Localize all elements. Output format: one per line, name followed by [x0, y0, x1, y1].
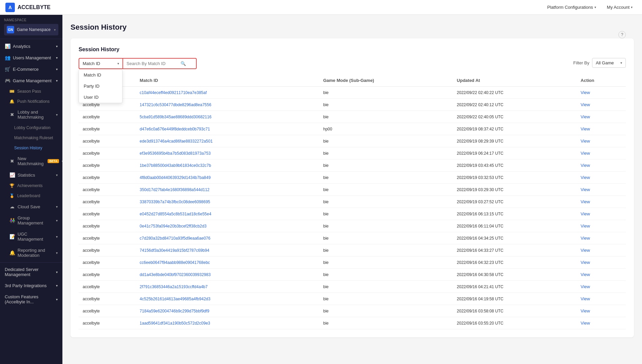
- cell-match-id: 4c525b26161d4613ae49685a4fb942d3: [136, 293, 319, 305]
- sidebar-item-3rd-party[interactable]: 3rd Party Integrations ▾: [0, 280, 62, 291]
- cell-updated-at: 2022/09/19 03:32:53 UTC: [453, 172, 577, 184]
- platform-config-button[interactable]: Platform Configurations ▾: [543, 3, 600, 12]
- sidebar-item-reporting-moderation[interactable]: 🔔 Reporting and Moderation ▾: [0, 245, 62, 261]
- cell-match-id: e0452d27d8554a5c8b531ad18c6e55e4: [136, 208, 319, 220]
- cell-action: View: [577, 159, 626, 172]
- cell-game-mode: bie: [319, 147, 453, 159]
- sidebar-item-label-new-matchmaking: New Matchmaking: [18, 156, 44, 166]
- cell-match-id: 7184a59e62004746b9c299d75bbf9df9: [136, 305, 319, 317]
- cell-updated-at: 2022/09/16 03:55:20 UTC: [453, 317, 577, 329]
- analytics-chevron-icon: ▾: [56, 44, 58, 48]
- sidebar-item-group-management[interactable]: 👫 Group Management ▾: [0, 212, 62, 229]
- sidebar-item-label-lobby-config: Lobby Configuration: [14, 125, 50, 130]
- cell-action: View: [577, 269, 626, 281]
- sidebar-item-label-ugc-management: UGC Management: [18, 232, 53, 242]
- leaderboard-icon: 🏅: [9, 193, 15, 198]
- sidebar-item-matchmaking-ruleset[interactable]: Matchmaking Ruleset: [0, 133, 62, 143]
- account-label: My Account: [607, 5, 630, 10]
- sidebar-item-custom-features[interactable]: Custom Features (Accelbyte In... ▾: [0, 291, 62, 307]
- cell-match-id: 1aad59641df341a190b50c572d2c09e3: [136, 317, 319, 329]
- view-link[interactable]: View: [581, 90, 590, 95]
- sidebar-item-users-management[interactable]: 👥 Users Management ▾: [0, 52, 62, 63]
- cell-game-mode: bie: [319, 159, 453, 172]
- sidebar-item-ugc-management[interactable]: 📝 UGC Management ▾: [0, 229, 62, 245]
- dropdown-option-user-id[interactable]: User ID: [79, 92, 122, 103]
- sidebar-item-new-matchmaking[interactable]: ✖ New Matchmaking BETA ▾: [0, 153, 62, 169]
- cell-match-id: 33870339b7a74b3fbc0c08dee6098695: [136, 196, 319, 208]
- namespace-selector[interactable]: GN Game Namespace ▾: [4, 24, 58, 35]
- users-management-icon: 👥: [5, 55, 10, 60]
- view-link[interactable]: View: [581, 248, 590, 253]
- analytics-icon: 📊: [5, 43, 10, 49]
- view-link[interactable]: View: [581, 187, 590, 192]
- help-icon[interactable]: ?: [618, 31, 626, 38]
- cell-game-mode: bie: [319, 317, 453, 329]
- session-history-card: Session History Match ID ▾ 🔍 Match ID: [71, 38, 634, 337]
- table-row: accelbyte 0e41c753fa094e20b3bcef2ff38cb2…: [79, 220, 626, 232]
- cell-updated-at: 2022/09/16 04:34:25 UTC: [453, 232, 577, 244]
- filter-select[interactable]: All Game ▾: [592, 58, 626, 68]
- view-link[interactable]: View: [581, 211, 590, 216]
- cell-game-mode: bie: [319, 208, 453, 220]
- cell-updated-at: 2022/09/16 04:33:27 UTC: [453, 244, 577, 256]
- cell-match-id: d47e6c0a676e449f8deddceb0b793c71: [136, 123, 319, 135]
- new-matchmaking-icon: ✖: [9, 158, 15, 164]
- sidebar-item-leaderboard[interactable]: 🏅 Leaderboard: [0, 191, 62, 201]
- table-row: accelbyte 33870339b7a74b3fbc0c08dee60986…: [79, 196, 626, 208]
- sidebar-item-achievements[interactable]: 🏆 Achievements: [0, 181, 62, 191]
- sidebar-item-lobby-config[interactable]: Lobby Configuration: [0, 123, 62, 133]
- sidebar-item-label-push-notifications: Push Notifications: [17, 99, 50, 104]
- view-link[interactable]: View: [581, 308, 590, 313]
- cell-namespace: accelbyte: [79, 147, 136, 159]
- view-link[interactable]: View: [581, 199, 590, 204]
- cell-match-id: c7d280a32bd84710a93f5d9eaa6ae076: [136, 232, 319, 244]
- cell-namespace: accelbyte: [79, 269, 136, 281]
- sidebar-item-analytics[interactable]: 📊 Analytics ▾: [0, 40, 62, 52]
- search-bar-row: Match ID ▾ 🔍 Match ID Party ID User ID: [79, 58, 190, 69]
- view-link[interactable]: View: [581, 272, 590, 277]
- col-game-mode: Game Mode (Sub-Game): [319, 74, 453, 87]
- col-updated-at: Updated At: [453, 74, 577, 87]
- sidebar-item-lobby-matchmaking[interactable]: ✖ Lobby and Matchmaking ▾: [0, 107, 62, 123]
- cell-updated-at: 2022/09/22 02:40:05 UTC: [453, 111, 577, 123]
- view-link[interactable]: View: [581, 223, 590, 229]
- ecommerce-chevron-icon: ▾: [56, 67, 58, 71]
- sidebar-item-dedicated-server[interactable]: Dedicated Server Management ▾: [0, 264, 62, 280]
- view-link[interactable]: View: [581, 284, 590, 289]
- sidebar-item-session-history[interactable]: Session History: [0, 143, 62, 153]
- view-link[interactable]: View: [581, 296, 590, 301]
- search-input[interactable]: [127, 61, 180, 66]
- cell-namespace: accelbyte: [79, 135, 136, 147]
- 3rd-party-chevron-icon: ▾: [56, 284, 58, 287]
- view-link[interactable]: View: [581, 114, 590, 119]
- sidebar-item-ecommerce[interactable]: 🛒 E-Commerce ▾: [0, 63, 62, 75]
- sidebar-item-label-achievements: Achievements: [17, 183, 43, 188]
- view-link[interactable]: View: [581, 102, 590, 107]
- cell-updated-at: 2022/09/19 03:27:52 UTC: [453, 196, 577, 208]
- sidebar-item-push-notifications[interactable]: 🔔 Push Notifications: [0, 96, 62, 107]
- view-link[interactable]: View: [581, 321, 590, 326]
- dropdown-option-party-id[interactable]: Party ID: [79, 81, 122, 92]
- sidebar-item-game-management[interactable]: 🎮 Game Management ▾: [0, 75, 62, 86]
- view-link[interactable]: View: [581, 236, 590, 241]
- view-link[interactable]: View: [581, 151, 590, 156]
- view-link[interactable]: View: [581, 163, 590, 168]
- sidebar-item-label-statistics: Statistics: [18, 173, 35, 178]
- dropdown-option-match-id[interactable]: Match ID: [79, 69, 122, 81]
- sidebar-item-cloud-save[interactable]: ☁ Cloud Save ▾: [0, 201, 62, 212]
- view-link[interactable]: View: [581, 139, 590, 144]
- cell-updated-at: 2022/09/16 04:21:41 UTC: [453, 281, 577, 293]
- account-button[interactable]: My Account ▾: [603, 3, 637, 12]
- sidebar-item-statistics[interactable]: 📈 Statistics ▾: [0, 169, 62, 181]
- statistics-icon: 📈: [9, 172, 15, 178]
- search-type-select[interactable]: Match ID ▾: [79, 58, 122, 69]
- game-management-icon: 🎮: [5, 78, 10, 83]
- sidebar-item-season-pass[interactable]: 🎫 Season Pass: [0, 86, 62, 96]
- view-link[interactable]: View: [581, 175, 590, 180]
- view-link[interactable]: View: [581, 126, 590, 131]
- view-link[interactable]: View: [581, 260, 590, 265]
- cell-game-mode: bie: [319, 305, 453, 317]
- users-management-chevron-icon: ▾: [56, 56, 58, 60]
- table-row: accelbyte 1aad59641df341a190b50c572d2c09…: [79, 317, 626, 329]
- cell-namespace: accelbyte: [79, 317, 136, 329]
